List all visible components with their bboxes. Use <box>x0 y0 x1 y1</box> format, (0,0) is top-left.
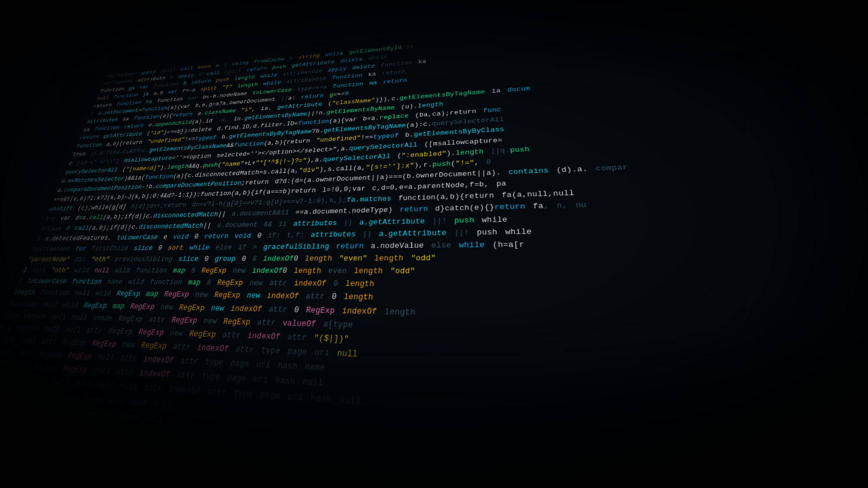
code-background: ebyTagName apply split call even a 0 usi… <box>0 0 868 488</box>
code-layer: ebyTagName apply split call even a 0 usi… <box>0 0 868 488</box>
